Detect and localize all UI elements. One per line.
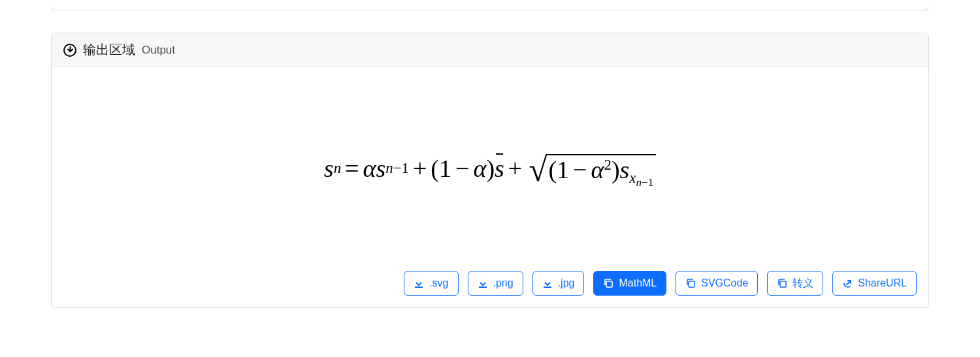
button-label: SVGCode <box>701 277 748 289</box>
download-icon <box>542 278 553 288</box>
download-jpg-button[interactable]: .jpg <box>532 271 585 296</box>
copy-icon <box>777 278 787 288</box>
download-icon <box>414 278 424 288</box>
svg-rect-4 <box>689 281 694 287</box>
copy-svgcode-button[interactable]: SVGCode <box>676 271 758 296</box>
download-png-button[interactable]: .png <box>468 271 523 296</box>
button-label: .png <box>493 277 514 289</box>
output-panel: 输出区域 Output sn = αsn−1 + (1−α)s + √ (1−α… <box>51 33 929 308</box>
svg-rect-3 <box>606 281 612 287</box>
button-label: .jpg <box>558 277 575 289</box>
output-title-main: 输出区域 <box>83 41 135 59</box>
svg-rect-1 <box>479 287 487 288</box>
copy-mathml-button[interactable]: MathML <box>593 271 666 296</box>
download-icon <box>478 278 488 288</box>
copy-icon <box>603 278 613 288</box>
copy-escaped-button[interactable]: 转义 <box>767 271 823 296</box>
button-label: MathML <box>619 277 657 289</box>
button-label: .svg <box>429 277 448 289</box>
output-panel-footer: .svg .png .jpg MathML SVGCode <box>52 263 928 307</box>
svg-rect-5 <box>780 281 786 287</box>
share-url-button[interactable]: ShareURL <box>832 271 917 296</box>
circle-arrow-down-icon <box>63 44 76 57</box>
copy-icon <box>685 278 696 288</box>
output-panel-header: 输出区域 Output <box>52 33 928 67</box>
previous-panel-bottom-edge <box>51 7 929 10</box>
rendered-formula: sn = αsn−1 + (1−α)s + √ (1−α2)sxn−1 <box>324 151 656 185</box>
download-svg-button[interactable]: .svg <box>404 271 458 296</box>
button-label: ShareURL <box>858 277 907 289</box>
share-icon <box>842 278 853 288</box>
output-title-sub: Output <box>142 44 175 57</box>
svg-rect-2 <box>544 287 551 288</box>
button-label: 转义 <box>792 277 813 290</box>
output-panel-body: sn = αsn−1 + (1−α)s + √ (1−α2)sxn−1 <box>52 67 928 263</box>
svg-rect-0 <box>415 287 423 288</box>
